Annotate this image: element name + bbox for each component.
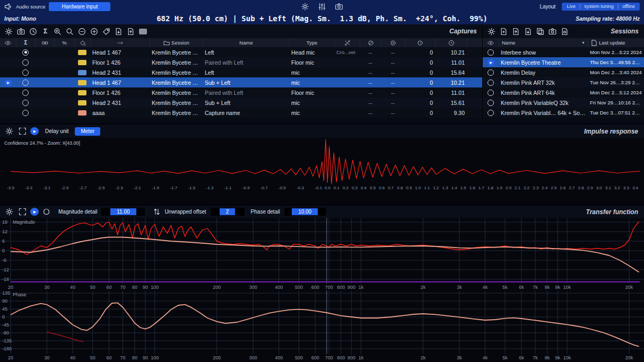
capture-name-cell[interactable]: aaaa (90, 110, 150, 116)
sum-radio[interactable] (22, 69, 29, 76)
export-capture-icon[interactable] (125, 26, 136, 37)
transfer-reset-circle-icon[interactable] (41, 207, 52, 217)
session-name-cell[interactable]: Kremlin Pink Variabl… 64k + Some comment… (499, 110, 588, 116)
session-name-cell[interactable]: Kremlin Delay (499, 69, 588, 76)
session-properties-icon[interactable] (559, 26, 570, 37)
active-capture-icon[interactable]: ▶ (5, 80, 12, 86)
mode-system-tuning[interactable]: system tuning (584, 4, 614, 9)
col-session-header[interactable]: Session (150, 38, 203, 47)
phase-chart[interactable]: 2030405060708090100200300400500600700800… (0, 290, 644, 361)
col-link-header[interactable] (35, 38, 54, 47)
sessions-updated-header[interactable]: Last update (588, 38, 644, 47)
session-radio[interactable] (488, 80, 494, 86)
session-row[interactable]: Kremlin Pink Variabl… 64k + Some comment… (483, 108, 644, 118)
col-color-header[interactable] (74, 38, 90, 47)
capture-label-cell[interactable]: Sub + Left (203, 100, 289, 106)
magnitude-chart[interactable]: 2030405060708090100200300400500600700800… (0, 218, 644, 290)
session-name-cell[interactable]: Kremlin Bycetre Theatre (499, 59, 588, 66)
captures-settings-icon[interactable] (3, 26, 14, 37)
capture-name-cell[interactable]: Head 1 467 (90, 49, 150, 56)
impulse-chart[interactable]: -3.5-3.3-3.1-2.9-2.7-2.5-2.3-2.1-1.9-1.7… (0, 138, 644, 191)
col-polarity-header[interactable] (360, 38, 381, 47)
session-name-cell[interactable]: Kremlin Pink ART 64k (499, 90, 588, 96)
capture-name-cell[interactable]: Floor 1 426 (90, 59, 150, 66)
capture-color-swatch[interactable] (78, 100, 86, 105)
mode-live[interactable]: Live (567, 4, 576, 9)
current-color-swatch[interactable] (137, 26, 149, 37)
impulse-play-button[interactable]: ▶ (30, 127, 39, 135)
sessions-name-header[interactable]: Name▼ (499, 38, 588, 47)
unwrapped-offset-input[interactable]: 2 (211, 208, 245, 216)
capture-label-cell[interactable]: Left (203, 69, 289, 76)
mode-offline[interactable]: offline (622, 4, 635, 9)
col-calibration-header[interactable]: % (54, 38, 74, 47)
settings-gear-icon[interactable] (300, 1, 311, 12)
active-session-icon[interactable]: ▶ (488, 59, 494, 66)
capture-color-swatch[interactable] (78, 110, 86, 116)
sessions-snapshot-icon[interactable] (547, 26, 558, 37)
mode-segmented-control[interactable]: Live| system tuning| offline (562, 3, 640, 11)
transfer-settings-icon[interactable] (4, 207, 15, 217)
delay-unit-meter-button[interactable]: Meter (75, 127, 100, 136)
phase-detail-input[interactable]: 10.00 (284, 208, 326, 216)
duplicate-session-icon[interactable] (535, 26, 546, 37)
session-row[interactable]: Kremlin Pink ART 32kTue Nov 26…3:29 2024 (483, 77, 644, 87)
session-name-cell[interactable]: Kremlin Pink VariableQ 32k (499, 100, 588, 106)
session-row[interactable]: ▶Kremlin Bycetre TheatreThu Dec 5…49:55 … (483, 57, 644, 67)
remove-capture-icon[interactable] (76, 26, 88, 37)
add-capture-icon[interactable] (89, 26, 100, 37)
capture-row[interactable]: Head 2 431Kremlin Bycetre TheatreLeftmic… (0, 67, 482, 77)
capture-name-cell[interactable]: Head 2 431 (90, 100, 150, 106)
capture-row[interactable]: Floor 1 426Kremlin Bycetre TheatrePaired… (0, 57, 482, 67)
capture-row[interactable]: aaaaKremlin Bycetre TheatreCapture namem… (0, 108, 482, 118)
sum-radio[interactable] (22, 49, 29, 56)
col-sum-header[interactable]: Σ (16, 38, 35, 47)
session-radio[interactable] (488, 49, 494, 56)
capture-color-swatch[interactable] (78, 50, 86, 55)
session-name-cell[interactable]: Kremlin Pink ART 32k (499, 80, 588, 86)
capture-label-cell[interactable]: Sub + Left (203, 80, 289, 86)
session-row[interactable]: Kremlin DelayMon Dec 2…3:40 2024 (483, 67, 644, 77)
col-time-header[interactable] (435, 38, 467, 47)
capture-row[interactable]: Head 1 467Kremlin Bycetre TheatreLeftHea… (0, 47, 482, 57)
sum-radio[interactable] (22, 100, 29, 106)
col-delay-header[interactable] (90, 38, 150, 47)
impulse-settings-icon[interactable] (4, 126, 15, 137)
magnitude-detail-input[interactable]: 11.00 (101, 208, 145, 216)
tuning-sliders-icon[interactable] (317, 1, 328, 12)
capture-label-cell[interactable]: Paired with Left (203, 90, 289, 96)
col-crossover-header[interactable] (334, 38, 360, 47)
hardware-input-button[interactable]: Hardware input (49, 2, 110, 11)
captures-snapshot-icon[interactable] (15, 26, 27, 37)
sessions-settings-icon[interactable] (486, 26, 497, 37)
zoom-out-icon[interactable] (64, 26, 75, 37)
session-radio[interactable] (488, 90, 494, 96)
sessions-visibility-header[interactable] (483, 38, 499, 47)
capture-color-swatch[interactable] (78, 90, 86, 95)
snapshot-camera-icon[interactable] (334, 1, 345, 12)
capture-color-swatch[interactable] (78, 60, 86, 65)
capture-color-swatch[interactable] (78, 70, 86, 75)
capture-name-cell[interactable]: Head 1 467 (90, 80, 150, 86)
sum-radio[interactable] (22, 80, 29, 86)
transfer-fullscreen-icon[interactable] (17, 207, 28, 217)
session-radio[interactable] (488, 110, 494, 116)
zoom-in-icon[interactable] (52, 26, 63, 37)
sum-radio[interactable] (22, 110, 29, 116)
capture-name-cell[interactable]: Head 2 431 (90, 69, 150, 76)
col-type-header[interactable]: Type (289, 38, 334, 47)
capture-name-cell[interactable]: Floor 1 426 (90, 90, 150, 96)
capture-row[interactable]: Head 2 431Kremlin Bycetre TheatreSub + L… (0, 98, 482, 108)
session-name-cell[interactable]: Interbee show (499, 49, 588, 56)
capture-label-cell[interactable]: Capture name (203, 110, 289, 116)
captures-average-icon[interactable]: Σ (40, 26, 51, 37)
impulse-fullscreen-icon[interactable] (17, 126, 28, 137)
layout-label[interactable]: Layout (539, 4, 555, 10)
capture-label-cell[interactable]: Paired with Left (203, 59, 289, 66)
import-session-icon[interactable] (510, 26, 521, 37)
col-name-header[interactable]: Name (203, 38, 289, 47)
sum-radio[interactable] (22, 59, 29, 66)
capture-label-cell[interactable]: Left (203, 49, 289, 56)
capture-row[interactable]: Floor 1 426Kremlin Bycetre TheatrePaired… (0, 87, 482, 98)
session-radio[interactable] (488, 100, 494, 106)
